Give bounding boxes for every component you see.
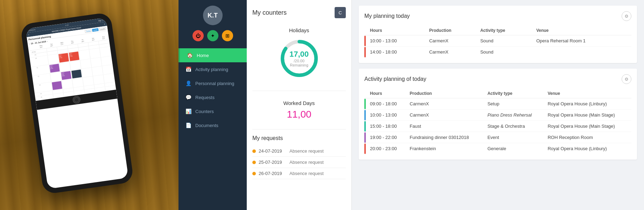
request-row-1: 24-07-2019 Absence request	[252, 146, 346, 157]
calendar-icon: 📅	[186, 66, 191, 72]
avatar: K.T	[203, 6, 223, 25]
my-planning-title: My planning today	[364, 13, 410, 19]
sidebar-item-personnal-planning[interactable]: 👤 Personnal planning	[178, 76, 247, 90]
phone-body: SAMSUN 8:49 ▶▶ 2:1 ≡ MAIOREX DEMO Royal …	[20, 12, 134, 194]
sidebar-label-activity-planning: Activity planning	[195, 67, 228, 72]
phone-screen: SAMSUN 8:49 ▶▶ 2:1 ≡ MAIOREX DEMO Royal …	[26, 18, 128, 189]
request-date-3: 26-07-2019	[259, 171, 287, 176]
act-row5-production: Frankenstein	[406, 143, 484, 154]
holidays-total: /20.00	[289, 59, 309, 63]
act-col-activity-type: Activity type	[484, 89, 544, 98]
table-row: 15:00 - 18:00 Faust Stage & Orchestra Ro…	[364, 121, 631, 132]
act-col-production: Production	[406, 89, 484, 98]
sidebar-item-activity-planning[interactable]: 📅 Activity planning	[178, 62, 247, 76]
act-row1-activity-type: Setup	[484, 98, 544, 110]
request-type-3: Absence request	[289, 171, 324, 176]
request-dot-3	[252, 172, 256, 175]
my-planning-col-venue: Venue	[533, 26, 631, 35]
request-row-3: 26-07-2019 Absence request	[252, 168, 346, 179]
person-icon: 👤	[186, 80, 191, 86]
phone-section: SAMSUN 8:49 ▶▶ 2:1 ≡ MAIOREX DEMO Royal …	[0, 0, 178, 210]
holidays-sublabel: Remaining	[289, 63, 309, 67]
holidays-donut: 17,00 /20.00 Remaining	[278, 37, 320, 79]
act-row3-activity-type: Stage & Orchestra	[484, 121, 544, 132]
request-dot-1	[252, 149, 256, 153]
act-row1-venue: Royal Opera House (Linbury)	[544, 98, 631, 110]
home-icon: 🏠	[187, 52, 192, 58]
act-col-venue: Venue	[544, 89, 631, 98]
request-date-1: 24-07-2019	[259, 148, 287, 154]
act-row2-activity-type: Piano Dress Rehersal	[484, 110, 544, 121]
table-row: 14:00 - 18:00 CarmenX Sound	[364, 47, 631, 58]
my-planning-col-production: Production	[426, 26, 477, 35]
row1-hours: 10:00 - 13:00	[366, 35, 426, 47]
sidebar-label-requests: Requests	[195, 95, 215, 100]
sidebar-label-personnal-planning: Personnal planning	[195, 81, 234, 86]
right-panel: My planning today ⊙ Hours Production Act…	[352, 0, 644, 210]
requests-title: My requests	[252, 135, 346, 141]
worked-days-value: 11,00	[287, 109, 311, 120]
table-row: 10:00 - 13:00 CarmenX Piano Dress Rehers…	[364, 110, 631, 121]
table-row: 20:00 - 23:00 Frankenstein Generale Roya…	[364, 143, 631, 154]
act-row3-venue: Royal Opera House (Main Stage)	[544, 121, 631, 132]
apps-button[interactable]: ⊞	[222, 30, 233, 41]
sidebar-item-documents[interactable]: 📄 Documents	[178, 118, 247, 132]
request-row-2: 25-07-2019 Absence request	[252, 157, 346, 168]
sidebar-action-icons: ⏻ ✦ ⊞	[192, 30, 233, 41]
act-row5-activity-type: Generale	[484, 143, 544, 154]
activity-planning-table: Hours Production Activity type Venue 09:…	[364, 89, 631, 154]
my-planning-col-hours: Hours	[366, 26, 426, 35]
act-row1-hours: 09:00 - 18:00	[366, 98, 406, 110]
counters-title: My counters	[252, 9, 287, 16]
act-row4-hours: 19:00 - 22:00	[366, 132, 406, 143]
act-row4-venue: ROH Reception Room	[544, 132, 631, 143]
request-dot-2	[252, 161, 256, 164]
table-row: 19:00 - 22:00 Fundraising dinner 0301201…	[364, 132, 631, 143]
sidebar-label-documents: Documents	[195, 123, 218, 128]
table-row: 09:00 - 18:00 CarmenX Setup Royal Opera …	[364, 98, 631, 110]
chat-icon: 💬	[186, 94, 191, 100]
act-col-hours: Hours	[366, 89, 406, 98]
row2-production: CarmenX	[426, 47, 477, 58]
act-row2-production: CarmenX	[406, 110, 484, 121]
counters-config-button[interactable]: C	[335, 7, 346, 18]
holidays-value: 17,00	[289, 50, 309, 59]
act-row3-production: Faust	[406, 121, 484, 132]
phone-mockup: SAMSUN 8:49 ▶▶ 2:1 ≡ MAIOREX DEMO Royal …	[21, 10, 140, 200]
holidays-label: Holidays	[289, 27, 309, 33]
my-planning-refresh-button[interactable]: ⊙	[622, 11, 631, 21]
sidebar-item-requests[interactable]: 💬 Requests	[178, 90, 247, 104]
activity-planning-refresh-button[interactable]: ⊙	[622, 74, 631, 84]
sidebar-item-home[interactable]: 🏠 Home	[178, 48, 247, 62]
request-type-2: Absence request	[289, 160, 324, 165]
worked-days-counter: Worked Days 11,00	[252, 97, 346, 124]
row1-production: CarmenX	[426, 35, 477, 47]
act-row4-activity-type: Event	[484, 132, 544, 143]
row2-hours: 14:00 - 18:00	[366, 47, 426, 58]
counters-header: My counters C	[252, 7, 346, 18]
sidebar-item-counters[interactable]: 📊 Counters	[178, 104, 247, 118]
holidays-counter: Holidays 17,00 /20.00 Remaining	[252, 24, 346, 85]
document-icon: 📄	[186, 122, 191, 128]
sidebar-label-home: Home	[197, 53, 209, 58]
act-row3-hours: 15:00 - 18:00	[366, 121, 406, 132]
request-date-2: 25-07-2019	[259, 160, 287, 165]
donut-text: 17,00 /20.00 Remaining	[289, 50, 309, 67]
sidebar: K.T ⏻ ✦ ⊞ 🏠 Home 📅 Activity planning 👤 P…	[178, 0, 247, 210]
table-row: 10:00 - 13:00 CarmenX Sound Opera Rehers…	[364, 35, 631, 47]
act-row2-hours: 10:00 - 13:00	[366, 110, 406, 121]
act-row4-production: Fundraising dinner 03012018	[406, 132, 484, 143]
act-row1-production: CarmenX	[406, 98, 484, 110]
row1-venue: Opera Rehersal Room 1	[533, 35, 631, 47]
power-button[interactable]: ⏻	[192, 30, 204, 41]
act-row5-hours: 20:00 - 23:00	[366, 143, 406, 154]
sidebar-label-counters: Counters	[195, 109, 214, 114]
center-panel: My counters C Holidays 17,00 /20.00 Rema…	[247, 0, 352, 210]
chart-icon: 📊	[186, 108, 191, 114]
worked-days-label: Worked Days	[284, 100, 315, 106]
row1-activity-type: Sound	[477, 35, 533, 47]
my-planning-card: My planning today ⊙ Hours Production Act…	[359, 6, 637, 63]
request-type-1: Absence request	[289, 148, 324, 154]
requests-section: My requests 24-07-2019 Absence request 2…	[252, 135, 346, 179]
network-button[interactable]: ✦	[207, 30, 218, 41]
